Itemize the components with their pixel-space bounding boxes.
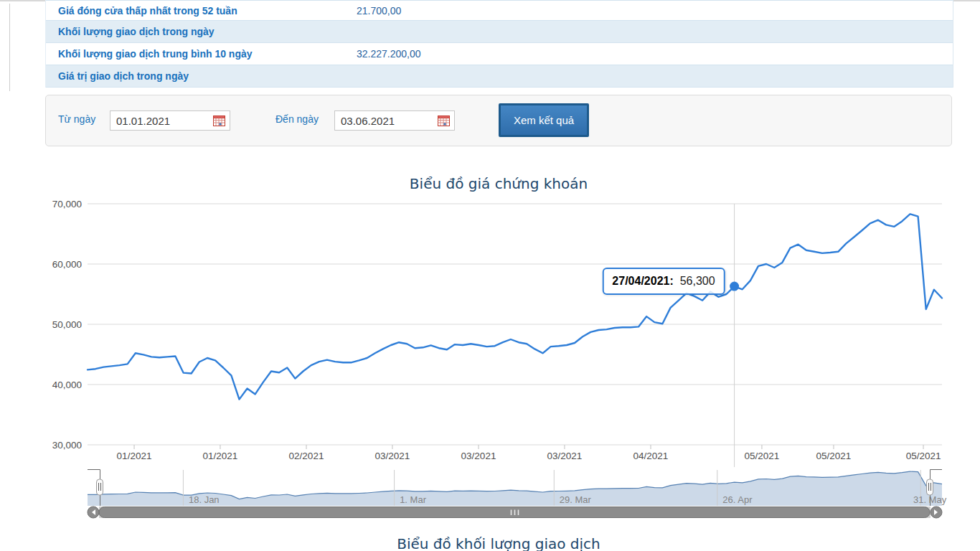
navigator-handle-right[interactable] <box>927 479 933 495</box>
y-axis-label: 50,000 <box>52 319 82 330</box>
x-axis-label: 03/2021 <box>375 451 410 461</box>
x-axis-label: 01/2021 <box>203 451 238 461</box>
navigator-date-label: 18. Jan <box>189 494 220 505</box>
x-axis-label: 05/2021 <box>906 451 941 461</box>
y-axis-label: 40,000 <box>52 380 82 390</box>
y-axis-label: 30,000 <box>52 440 82 451</box>
tooltip-value: 56,300 <box>680 275 715 287</box>
tooltip-date: 27/04/2021 <box>612 275 669 287</box>
navigator-handle-left[interactable] <box>97 479 103 495</box>
tooltip-separator: : <box>669 275 673 287</box>
selected-point-marker <box>730 282 739 291</box>
navigator-date-label: 26. Apr <box>722 494 753 505</box>
y-axis-label: 60,000 <box>52 259 82 270</box>
x-axis-label: 04/2021 <box>633 451 669 461</box>
x-axis-label: 05/2021 <box>816 451 852 461</box>
price-chart: 30,00040,00050,00060,00070,00001/202101/… <box>0 0 980 551</box>
x-axis-label: 05/2021 <box>745 451 780 461</box>
y-axis-label: 70,000 <box>52 199 82 209</box>
price-line-series <box>88 214 942 399</box>
chart-tooltip: 27/04/2021: 56,300 <box>602 268 725 295</box>
navigator-date-label: 29. Mar <box>560 494 592 505</box>
navigator-date-label: 1. Mar <box>400 494 427 505</box>
x-axis-label: 03/2021 <box>547 451 583 461</box>
x-axis-label: 01/2021 <box>117 451 152 461</box>
x-axis-label: 02/2021 <box>289 451 324 461</box>
x-axis-label: 03/2021 <box>461 451 496 461</box>
